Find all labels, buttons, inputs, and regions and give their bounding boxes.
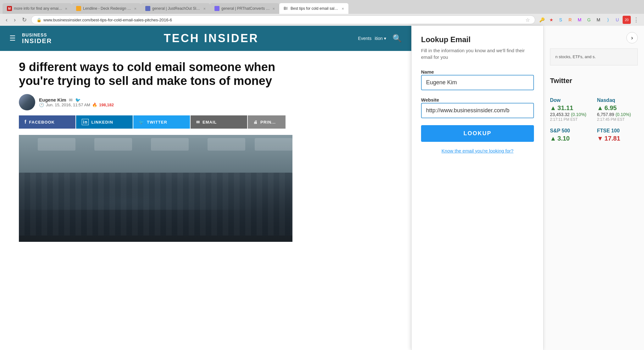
twitter-text: Twitter [550, 70, 638, 91]
twitter-share-icon: 🐦 [139, 120, 144, 125]
name-input[interactable] [421, 75, 534, 90]
right-sidebar: › n stocks, ETFs, and s. Twitter Dow ▲ 3… [543, 26, 644, 350]
bi-logo: BUSINESS INSIDER [22, 32, 52, 45]
bi-header: ☰ BUSINESS INSIDER TECH INSIDER Events i… [0, 26, 411, 51]
dow-price: 23,453.32 [550, 112, 569, 117]
email-icon[interactable]: ✉ [69, 97, 73, 103]
linkedin-icon: in [82, 119, 89, 125]
tab-gmail[interactable]: M more info for find any email ar... × [3, 3, 72, 14]
market-section: Dow ▲ 31.11 23,453.32 (0.10%) 2:17:11 PM… [550, 97, 638, 142]
toolbar-icon-20[interactable]: 20 [623, 16, 631, 24]
print-share-button[interactable]: 🖨 PRIN... [248, 115, 286, 129]
lookup-panel: Lookup Email Fill in the information you… [411, 26, 543, 350]
toolbar-icon-g[interactable]: G [585, 16, 593, 24]
tab-justreach[interactable]: general | JustReachOut Slack × [141, 3, 210, 14]
article-image [19, 135, 292, 242]
nasdaq-time: 2:17:45 PM EST [597, 117, 638, 122]
sp500-up-arrow: ▲ [550, 135, 556, 142]
fire-icon: 🔥 [92, 103, 97, 107]
toolbar-icon-u[interactable]: U [613, 16, 621, 24]
twitter-share-button[interactable]: 🐦 TWITTER [133, 115, 190, 129]
nasdaq-up-arrow: ▲ [597, 104, 603, 112]
forward-button[interactable]: › [12, 16, 18, 24]
next-arrow-button[interactable]: › [626, 32, 638, 43]
author-row: Eugene Kim ✉ 🐦 🕐 Jun. 15, 2016, 11:57 AM… [19, 94, 392, 110]
market-ftse: FTSE 100 ▼ 17.81 [597, 128, 638, 142]
article-body: 9 different ways to cold email someone w… [0, 51, 411, 251]
tech-insider-logo: TECH INSIDER [64, 32, 358, 45]
back-button[interactable]: ‹ [4, 16, 9, 24]
toolbar-icon-red[interactable]: ★ [547, 16, 555, 24]
tab-bar: M more info for find any email ar... × L… [0, 0, 644, 14]
browser-chrome: M more info for find any email ar... × L… [0, 0, 644, 26]
refresh-button[interactable]: ↻ [20, 16, 29, 24]
facebook-icon: f [25, 119, 26, 125]
hamburger-icon[interactable]: ☰ [9, 34, 16, 42]
dow-change: ▲ 31.11 [550, 104, 591, 112]
dow-label: Dow [550, 97, 591, 103]
nasdaq-pct: (0.10%) [615, 112, 631, 117]
clock-icon: 🕐 [39, 103, 44, 107]
toolbar-icon-key[interactable]: 🔑 [538, 16, 546, 24]
sidebar-description: n stocks, ETFs, and s. [550, 48, 638, 65]
market-nasdaq: Nasdaq ▲ 6.95 6,757.89 (0.10%) 2:17:45 P… [597, 97, 638, 122]
lookup-subtitle: Fill in the information you know and we'… [421, 47, 534, 60]
linkedin-share-button[interactable]: in LINKEDIN [76, 115, 133, 129]
toolbar-icon-m2[interactable]: M [594, 16, 602, 24]
market-sp500: S&P 500 ▲ 3.10 [550, 128, 591, 142]
url-bar[interactable]: 🔒 www.businessinsider.com/best-tips-for-… [31, 15, 535, 24]
sp500-change: ▲ 3.10 [550, 135, 591, 142]
author-info: Eugene Kim ✉ 🐦 🕐 Jun. 15, 2016, 11:57 AM… [39, 97, 114, 107]
toolbar-icon-m[interactable]: M [575, 16, 584, 24]
print-icon: 🖨 [253, 120, 258, 125]
website-input[interactable] [421, 103, 534, 118]
twitter-icon[interactable]: 🐦 [75, 97, 80, 103]
toolbar-icons: 🔑 ★ S R M G M ⟩ U 20 ⋮ [538, 16, 640, 24]
know-email-link[interactable]: Know the email you're looking for? [421, 148, 534, 153]
avatar [19, 94, 35, 110]
toolbar-icon-menu[interactable]: ⋮ [632, 16, 640, 24]
social-bar: f FACEBOOK in LINKEDIN 🐦 TWITTER ✉ EMAIL… [19, 115, 392, 129]
header-nav-dropdown[interactable]: ition ▾ [375, 36, 386, 41]
lookup-button[interactable]: LOOKUP [421, 125, 534, 142]
article-meta: 🕐 Jun. 15, 2016, 11:57 AM 🔥 198,182 [39, 103, 114, 107]
article-column: ☰ BUSINESS INSIDER TECH INSIDER Events i… [0, 26, 411, 350]
main-viewport: ☰ BUSINESS INSIDER TECH INSIDER Events i… [0, 26, 644, 350]
toolbar-icon-arrow[interactable]: ⟩ [604, 16, 612, 24]
header-nav-events[interactable]: Events [358, 36, 372, 41]
toolbar-icon-r[interactable]: R [566, 16, 574, 24]
tab-businessinsider[interactable]: BI Best tips for cold email sales p... × [279, 3, 348, 14]
search-icon[interactable]: 🔍 [392, 34, 402, 43]
toolbar-icon-s[interactable]: S [557, 16, 565, 24]
fire-count: 198,182 [99, 103, 114, 107]
address-bar: ‹ › ↻ 🔒 www.businessinsider.com/best-tip… [0, 14, 644, 26]
email-share-button[interactable]: ✉ EMAIL [191, 115, 247, 129]
star-button[interactable]: ☆ [525, 17, 530, 23]
dow-time: 2:17:11 PM EST [550, 117, 591, 122]
ftse-down-arrow: ▼ [597, 135, 603, 142]
article-title: 9 different ways to cold email someone w… [19, 60, 292, 88]
tab-prconverts[interactable]: general | PRThatConverts Slac... × [210, 3, 279, 14]
article-date: Jun. 15, 2016, 11:57 AM [46, 103, 90, 107]
nasdaq-change: ▲ 6.95 [597, 104, 638, 112]
sp500-label: S&P 500 [550, 128, 591, 134]
ftse-change: ▼ 17.81 [597, 135, 638, 142]
facebook-share-button[interactable]: f FACEBOOK [19, 115, 75, 129]
author-name: Eugene Kim [39, 97, 66, 103]
tab-lendline[interactable]: Lendline - Deck Redesign - Go... × [72, 3, 141, 14]
nasdaq-price: 6,757.89 [597, 112, 614, 117]
dow-pct: (0.10%) [571, 112, 586, 117]
ftse-label: FTSE 100 [597, 128, 638, 134]
dow-up-arrow: ▲ [550, 104, 556, 112]
email-share-icon: ✉ [196, 120, 200, 125]
nasdaq-label: Nasdaq [597, 97, 638, 103]
name-label: Name [421, 69, 434, 75]
market-dow: Dow ▲ 31.11 23,453.32 (0.10%) 2:17:11 PM… [550, 97, 591, 122]
lookup-title: Lookup Email [421, 35, 534, 44]
website-label: Website [421, 97, 439, 103]
